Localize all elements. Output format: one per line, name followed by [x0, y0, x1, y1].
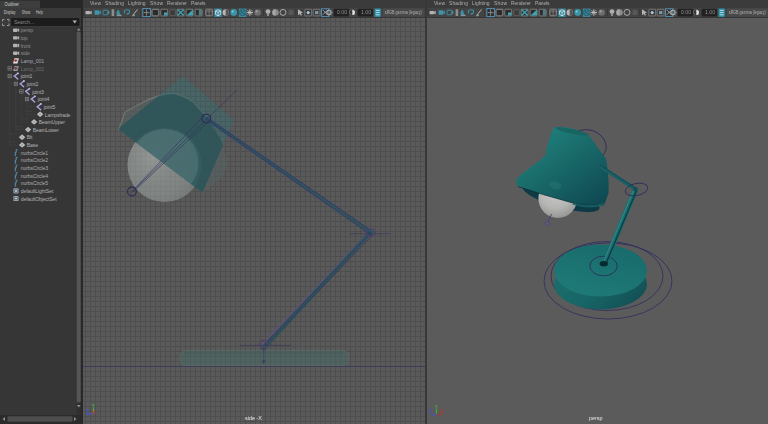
svg-text:front: front: [21, 43, 31, 49]
svg-text:joint2: joint2: [26, 81, 39, 87]
svg-text:Base: Base: [27, 142, 38, 148]
svg-text:Lamp_002: Lamp_002: [21, 66, 44, 72]
svg-text:X: X: [92, 409, 96, 415]
svg-text:Y: Y: [92, 403, 96, 409]
svg-text:nurbsCircle1: nurbsCircle1: [21, 150, 48, 156]
svg-text:joint3: joint3: [31, 89, 44, 95]
svg-text:Bit: Bit: [27, 134, 33, 140]
svg-text:nurbsCircle4: nurbsCircle4: [21, 173, 48, 179]
svg-text:joint4: joint4: [37, 96, 50, 102]
svg-text:defaultLightSet: defaultLightSet: [21, 188, 54, 194]
svg-text:persp: persp: [589, 415, 603, 421]
svg-text:joint1: joint1: [20, 73, 33, 79]
svg-text:persp: persp: [21, 27, 33, 33]
svg-text:Y: Y: [435, 404, 439, 410]
svg-text:BeamUpper: BeamUpper: [39, 119, 66, 125]
svg-text:nurbsCircle2: nurbsCircle2: [21, 157, 48, 163]
svg-text:side -X: side -X: [245, 415, 262, 421]
svg-text:Outliner: Outliner: [5, 1, 20, 7]
svg-text:Lamp_001: Lamp_001: [21, 58, 44, 64]
svg-text:nurbsCircle3: nurbsCircle3: [21, 165, 48, 171]
svg-text:Show: Show: [22, 9, 31, 15]
svg-text:Search...: Search...: [14, 19, 34, 25]
svg-text:side: side: [21, 50, 30, 56]
svg-text:joint5: joint5: [43, 104, 56, 110]
svg-text:nurbsCircle5: nurbsCircle5: [21, 180, 48, 186]
svg-text:Help: Help: [36, 9, 43, 15]
svg-text:BeamLower: BeamLower: [33, 127, 60, 133]
svg-text:Lampshade: Lampshade: [45, 112, 71, 118]
svg-text:X: X: [440, 408, 444, 414]
svg-text:Display: Display: [4, 9, 16, 15]
svg-text:defaultObjectSet: defaultObjectSet: [21, 196, 57, 202]
svg-text:top: top: [21, 35, 28, 41]
